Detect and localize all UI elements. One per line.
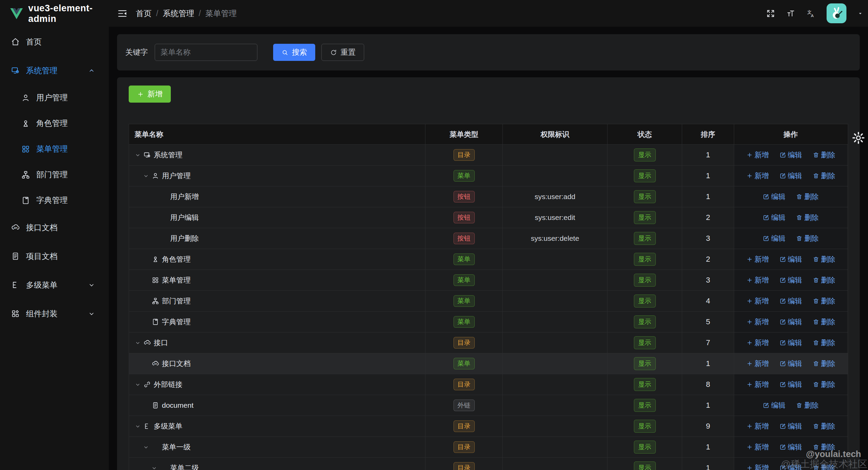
hamburger-icon[interactable] xyxy=(117,8,128,19)
row-add-button[interactable]: 新增 xyxy=(746,380,769,389)
row-delete-button[interactable]: 删除 xyxy=(813,442,835,452)
row-delete-button[interactable]: 删除 xyxy=(813,296,835,306)
row-edit-button[interactable]: 编辑 xyxy=(779,296,802,306)
row-delete-button[interactable]: 删除 xyxy=(813,254,835,264)
expand-caret-icon[interactable] xyxy=(135,423,143,430)
row-edit-button[interactable]: 编辑 xyxy=(779,338,802,348)
translate-icon[interactable]: 文A xyxy=(806,9,816,18)
sidebar-item-components[interactable]: 组件封装 xyxy=(0,299,109,328)
row-add-button[interactable]: 新增 xyxy=(746,296,769,306)
status-badge: 显示 xyxy=(634,461,656,470)
row-delete-button[interactable]: 删除 xyxy=(796,192,819,201)
menu-type-badge: 按钮 xyxy=(454,191,475,203)
avatar[interactable] xyxy=(827,3,846,23)
row-edit-button[interactable]: 编辑 xyxy=(763,401,786,410)
row-edit-button[interactable]: 编辑 xyxy=(763,234,786,243)
status-cell: 显示 xyxy=(608,437,682,457)
delete-icon xyxy=(813,277,819,284)
sidebar-item-dict[interactable]: 字典管理 xyxy=(0,187,109,213)
row-delete-button[interactable]: 删除 xyxy=(813,317,835,327)
table-row: 菜单一级目录显示1新增编辑删除 xyxy=(129,437,848,458)
expand-caret-icon[interactable] xyxy=(151,465,160,470)
row-add-button[interactable]: 新增 xyxy=(746,421,769,431)
menu-icon xyxy=(152,276,162,284)
settings-gear-button[interactable] xyxy=(851,131,866,145)
svg-text:API: API xyxy=(154,363,157,365)
row-delete-button[interactable]: 删除 xyxy=(813,380,835,389)
row-edit-button[interactable]: 编辑 xyxy=(763,213,786,222)
row-edit-button[interactable]: 编辑 xyxy=(779,380,802,389)
row-add-button[interactable]: 新增 xyxy=(746,359,769,368)
row-add-button[interactable]: 新增 xyxy=(746,463,769,470)
app-title: vue3-element-admin xyxy=(28,3,109,24)
app-logo[interactable]: vue3-element-admin xyxy=(0,0,109,27)
row-edit-button[interactable]: 编辑 xyxy=(779,275,802,285)
row-delete-button[interactable]: 删除 xyxy=(813,338,835,348)
row-add-button[interactable]: 新增 xyxy=(746,442,769,452)
row-edit-button[interactable]: 编辑 xyxy=(763,192,786,201)
row-edit-button[interactable]: 编辑 xyxy=(779,317,802,327)
row-delete-button[interactable]: 删除 xyxy=(796,234,819,243)
add-menu-button[interactable]: 新增 xyxy=(129,86,171,103)
row-edit-button[interactable]: 编辑 xyxy=(779,359,802,368)
dept-icon xyxy=(152,297,162,305)
avatar-dropdown-caret-icon[interactable] xyxy=(857,11,863,16)
reset-button[interactable]: 重置 xyxy=(321,44,364,61)
menu-type-cell: 菜单 xyxy=(425,353,503,374)
font-size-icon[interactable] xyxy=(786,9,795,18)
expand-caret-icon[interactable] xyxy=(135,381,143,388)
sidebar-item-role[interactable]: 角色管理 xyxy=(0,110,109,136)
row-edit-button[interactable]: 编辑 xyxy=(779,150,802,160)
sidebar-item-api-doc[interactable]: API接口文档 xyxy=(0,213,109,242)
row-delete-button[interactable]: 删除 xyxy=(813,171,835,181)
permission-cell xyxy=(503,416,608,436)
menu-type-badge: 按钮 xyxy=(454,233,475,244)
row-edit-button[interactable]: 编辑 xyxy=(779,442,802,452)
sidebar-item-user[interactable]: 用户管理 xyxy=(0,85,109,110)
row-add-button[interactable]: 新增 xyxy=(746,317,769,327)
status-badge: 显示 xyxy=(634,295,656,308)
breadcrumb: 首页/系统管理/菜单管理 xyxy=(136,8,237,19)
row-delete-button[interactable]: 删除 xyxy=(813,275,835,285)
row-edit-button[interactable]: 编辑 xyxy=(779,421,802,431)
sidebar-item-project-doc[interactable]: 项目文档 xyxy=(0,242,109,271)
status-badge: 显示 xyxy=(634,378,656,391)
search-button[interactable]: 搜索 xyxy=(273,44,315,61)
expand-caret-icon[interactable] xyxy=(135,340,143,346)
row-delete-button[interactable]: 删除 xyxy=(796,213,819,222)
api-icon: API xyxy=(152,360,162,367)
row-edit-button[interactable]: 编辑 xyxy=(779,254,802,264)
row-delete-button[interactable]: 删除 xyxy=(813,421,835,431)
breadcrumb-item[interactable]: 首页 xyxy=(136,8,152,19)
row-delete-button[interactable]: 删除 xyxy=(813,359,835,368)
row-edit-button[interactable]: 编辑 xyxy=(779,463,802,470)
expand-caret-icon[interactable] xyxy=(143,173,152,179)
search-input[interactable] xyxy=(155,44,257,61)
row-add-button[interactable]: 新增 xyxy=(746,171,769,181)
sidebar-item-home[interactable]: 首页 xyxy=(0,27,109,56)
row-delete-button[interactable]: 删除 xyxy=(796,401,819,410)
breadcrumb-separator: / xyxy=(156,9,158,18)
sidebar-item-dept[interactable]: 部门管理 xyxy=(0,162,109,187)
sidebar-item-menu[interactable]: 菜单管理 xyxy=(0,136,109,162)
row-add-button[interactable]: 新增 xyxy=(746,254,769,264)
row-edit-button[interactable]: 编辑 xyxy=(779,171,802,181)
row-add-button[interactable]: 新增 xyxy=(746,150,769,160)
menu-type-badge: 菜单 xyxy=(454,295,475,307)
table-panel: 新增 菜单名称菜单类型权限标识状态排序操作 系统管理目录显示1新增编辑删除用户管… xyxy=(117,77,860,470)
sidebar-item-system[interactable]: 系统管理 xyxy=(0,56,109,85)
edit-icon xyxy=(779,423,786,430)
delete-icon xyxy=(796,235,803,242)
row-delete-button[interactable]: 删除 xyxy=(813,150,835,160)
sort-cell: 1 xyxy=(682,186,734,207)
breadcrumb-item[interactable]: 系统管理 xyxy=(163,8,194,19)
fullscreen-icon[interactable] xyxy=(766,9,775,18)
expand-caret-icon[interactable] xyxy=(143,444,152,451)
row-add-button[interactable]: 新增 xyxy=(746,338,769,348)
sidebar-item-multi-menu[interactable]: 多级菜单 xyxy=(0,271,109,299)
row-delete-button[interactable]: 删除 xyxy=(813,463,835,470)
sort-cell: 7 xyxy=(682,332,734,353)
expand-caret-icon[interactable] xyxy=(135,152,143,158)
multi-icon xyxy=(143,422,154,430)
row-add-button[interactable]: 新增 xyxy=(746,275,769,285)
